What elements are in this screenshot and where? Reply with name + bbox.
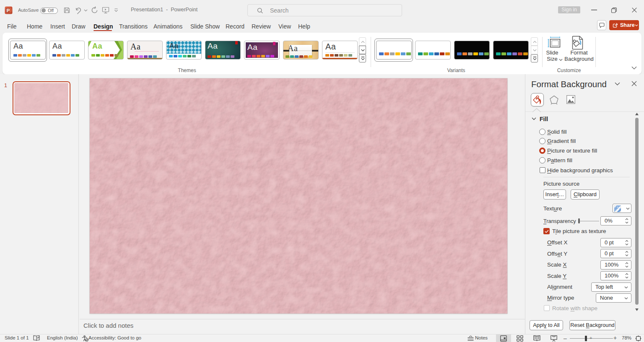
svg-text:P: P — [7, 8, 10, 13]
